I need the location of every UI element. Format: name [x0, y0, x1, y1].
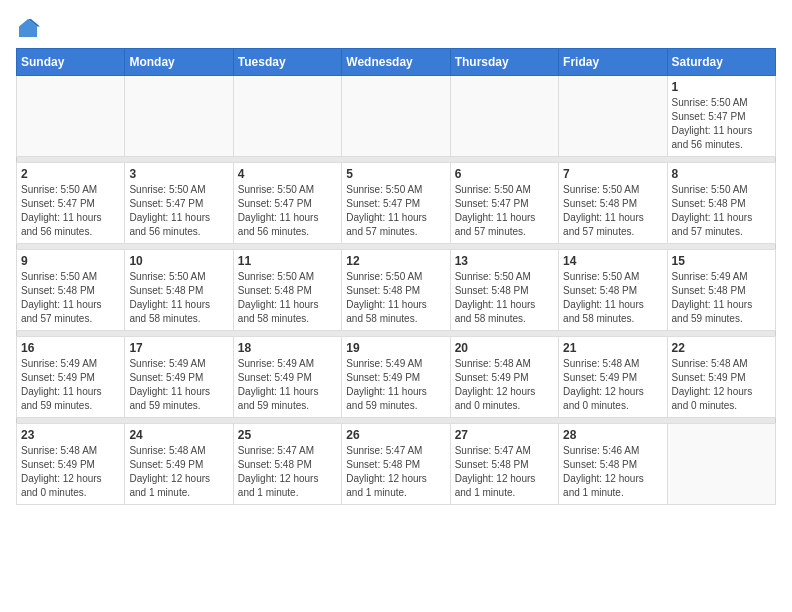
day-info-4: Sunrise: 5:50 AM Sunset: 5:47 PM Dayligh… — [238, 183, 337, 239]
day-number-17: 17 — [129, 341, 228, 355]
calendar-cell-w0-d0 — [17, 76, 125, 157]
calendar-cell-w3-d1: 17Sunrise: 5:49 AM Sunset: 5:49 PM Dayli… — [125, 337, 233, 418]
calendar-cell-w4-d2: 25Sunrise: 5:47 AM Sunset: 5:48 PM Dayli… — [233, 424, 341, 505]
calendar-cell-w1-d2: 4Sunrise: 5:50 AM Sunset: 5:47 PM Daylig… — [233, 163, 341, 244]
day-number-16: 16 — [21, 341, 120, 355]
day-number-25: 25 — [238, 428, 337, 442]
calendar-cell-w4-d1: 24Sunrise: 5:48 AM Sunset: 5:49 PM Dayli… — [125, 424, 233, 505]
day-number-27: 27 — [455, 428, 554, 442]
day-number-12: 12 — [346, 254, 445, 268]
calendar-cell-w2-d5: 14Sunrise: 5:50 AM Sunset: 5:48 PM Dayli… — [559, 250, 667, 331]
calendar-cell-w4-d5: 28Sunrise: 5:46 AM Sunset: 5:48 PM Dayli… — [559, 424, 667, 505]
header-sunday: Sunday — [17, 49, 125, 76]
calendar-cell-w1-d4: 6Sunrise: 5:50 AM Sunset: 5:47 PM Daylig… — [450, 163, 558, 244]
day-number-3: 3 — [129, 167, 228, 181]
day-info-26: Sunrise: 5:47 AM Sunset: 5:48 PM Dayligh… — [346, 444, 445, 500]
calendar-cell-w1-d3: 5Sunrise: 5:50 AM Sunset: 5:47 PM Daylig… — [342, 163, 450, 244]
day-number-1: 1 — [672, 80, 771, 94]
header-monday: Monday — [125, 49, 233, 76]
svg-marker-0 — [19, 19, 37, 37]
day-number-7: 7 — [563, 167, 662, 181]
week-row-4: 23Sunrise: 5:48 AM Sunset: 5:49 PM Dayli… — [17, 424, 776, 505]
day-info-25: Sunrise: 5:47 AM Sunset: 5:48 PM Dayligh… — [238, 444, 337, 500]
day-info-15: Sunrise: 5:49 AM Sunset: 5:48 PM Dayligh… — [672, 270, 771, 326]
day-number-21: 21 — [563, 341, 662, 355]
calendar-cell-w2-d6: 15Sunrise: 5:49 AM Sunset: 5:48 PM Dayli… — [667, 250, 775, 331]
day-info-13: Sunrise: 5:50 AM Sunset: 5:48 PM Dayligh… — [455, 270, 554, 326]
day-info-23: Sunrise: 5:48 AM Sunset: 5:49 PM Dayligh… — [21, 444, 120, 500]
day-info-9: Sunrise: 5:50 AM Sunset: 5:48 PM Dayligh… — [21, 270, 120, 326]
day-number-8: 8 — [672, 167, 771, 181]
calendar-cell-w0-d5 — [559, 76, 667, 157]
calendar-cell-w4-d6 — [667, 424, 775, 505]
day-number-18: 18 — [238, 341, 337, 355]
day-number-4: 4 — [238, 167, 337, 181]
day-info-16: Sunrise: 5:49 AM Sunset: 5:49 PM Dayligh… — [21, 357, 120, 413]
header-thursday: Thursday — [450, 49, 558, 76]
day-number-23: 23 — [21, 428, 120, 442]
day-info-3: Sunrise: 5:50 AM Sunset: 5:47 PM Dayligh… — [129, 183, 228, 239]
header-wednesday: Wednesday — [342, 49, 450, 76]
day-number-22: 22 — [672, 341, 771, 355]
day-info-10: Sunrise: 5:50 AM Sunset: 5:48 PM Dayligh… — [129, 270, 228, 326]
calendar-cell-w2-d1: 10Sunrise: 5:50 AM Sunset: 5:48 PM Dayli… — [125, 250, 233, 331]
day-info-8: Sunrise: 5:50 AM Sunset: 5:48 PM Dayligh… — [672, 183, 771, 239]
day-number-19: 19 — [346, 341, 445, 355]
calendar-cell-w2-d0: 9Sunrise: 5:50 AM Sunset: 5:48 PM Daylig… — [17, 250, 125, 331]
calendar-cell-w1-d6: 8Sunrise: 5:50 AM Sunset: 5:48 PM Daylig… — [667, 163, 775, 244]
day-number-26: 26 — [346, 428, 445, 442]
calendar-table: Sunday Monday Tuesday Wednesday Thursday… — [16, 48, 776, 505]
logo — [16, 16, 44, 40]
day-info-12: Sunrise: 5:50 AM Sunset: 5:48 PM Dayligh… — [346, 270, 445, 326]
day-number-6: 6 — [455, 167, 554, 181]
day-info-21: Sunrise: 5:48 AM Sunset: 5:49 PM Dayligh… — [563, 357, 662, 413]
day-info-1: Sunrise: 5:50 AM Sunset: 5:47 PM Dayligh… — [672, 96, 771, 152]
week-row-0: 1Sunrise: 5:50 AM Sunset: 5:47 PM Daylig… — [17, 76, 776, 157]
calendar-cell-w3-d4: 20Sunrise: 5:48 AM Sunset: 5:49 PM Dayli… — [450, 337, 558, 418]
day-info-17: Sunrise: 5:49 AM Sunset: 5:49 PM Dayligh… — [129, 357, 228, 413]
day-number-5: 5 — [346, 167, 445, 181]
day-number-20: 20 — [455, 341, 554, 355]
day-number-15: 15 — [672, 254, 771, 268]
day-info-27: Sunrise: 5:47 AM Sunset: 5:48 PM Dayligh… — [455, 444, 554, 500]
day-info-19: Sunrise: 5:49 AM Sunset: 5:49 PM Dayligh… — [346, 357, 445, 413]
day-info-14: Sunrise: 5:50 AM Sunset: 5:48 PM Dayligh… — [563, 270, 662, 326]
day-number-24: 24 — [129, 428, 228, 442]
header-saturday: Saturday — [667, 49, 775, 76]
day-number-11: 11 — [238, 254, 337, 268]
day-info-20: Sunrise: 5:48 AM Sunset: 5:49 PM Dayligh… — [455, 357, 554, 413]
logo-icon — [16, 16, 40, 40]
day-info-18: Sunrise: 5:49 AM Sunset: 5:49 PM Dayligh… — [238, 357, 337, 413]
day-number-13: 13 — [455, 254, 554, 268]
page-container: Sunday Monday Tuesday Wednesday Thursday… — [16, 16, 776, 505]
calendar-cell-w1-d0: 2Sunrise: 5:50 AM Sunset: 5:47 PM Daylig… — [17, 163, 125, 244]
day-number-2: 2 — [21, 167, 120, 181]
calendar-cell-w0-d1 — [125, 76, 233, 157]
day-info-7: Sunrise: 5:50 AM Sunset: 5:48 PM Dayligh… — [563, 183, 662, 239]
day-number-10: 10 — [129, 254, 228, 268]
calendar-cell-w1-d5: 7Sunrise: 5:50 AM Sunset: 5:48 PM Daylig… — [559, 163, 667, 244]
calendar-cell-w3-d5: 21Sunrise: 5:48 AM Sunset: 5:49 PM Dayli… — [559, 337, 667, 418]
day-info-24: Sunrise: 5:48 AM Sunset: 5:49 PM Dayligh… — [129, 444, 228, 500]
calendar-cell-w2-d4: 13Sunrise: 5:50 AM Sunset: 5:48 PM Dayli… — [450, 250, 558, 331]
week-row-2: 9Sunrise: 5:50 AM Sunset: 5:48 PM Daylig… — [17, 250, 776, 331]
calendar-cell-w3-d0: 16Sunrise: 5:49 AM Sunset: 5:49 PM Dayli… — [17, 337, 125, 418]
day-number-28: 28 — [563, 428, 662, 442]
calendar-cell-w3-d2: 18Sunrise: 5:49 AM Sunset: 5:49 PM Dayli… — [233, 337, 341, 418]
header — [16, 16, 776, 40]
calendar-cell-w3-d6: 22Sunrise: 5:48 AM Sunset: 5:49 PM Dayli… — [667, 337, 775, 418]
calendar-cell-w4-d3: 26Sunrise: 5:47 AM Sunset: 5:48 PM Dayli… — [342, 424, 450, 505]
day-info-2: Sunrise: 5:50 AM Sunset: 5:47 PM Dayligh… — [21, 183, 120, 239]
calendar-cell-w2-d2: 11Sunrise: 5:50 AM Sunset: 5:48 PM Dayli… — [233, 250, 341, 331]
week-row-3: 16Sunrise: 5:49 AM Sunset: 5:49 PM Dayli… — [17, 337, 776, 418]
day-info-11: Sunrise: 5:50 AM Sunset: 5:48 PM Dayligh… — [238, 270, 337, 326]
day-number-9: 9 — [21, 254, 120, 268]
calendar-cell-w0-d3 — [342, 76, 450, 157]
calendar-cell-w0-d4 — [450, 76, 558, 157]
calendar-cell-w1-d1: 3Sunrise: 5:50 AM Sunset: 5:47 PM Daylig… — [125, 163, 233, 244]
week-row-1: 2Sunrise: 5:50 AM Sunset: 5:47 PM Daylig… — [17, 163, 776, 244]
calendar-cell-w2-d3: 12Sunrise: 5:50 AM Sunset: 5:48 PM Dayli… — [342, 250, 450, 331]
day-number-14: 14 — [563, 254, 662, 268]
header-friday: Friday — [559, 49, 667, 76]
calendar-cell-w0-d6: 1Sunrise: 5:50 AM Sunset: 5:47 PM Daylig… — [667, 76, 775, 157]
